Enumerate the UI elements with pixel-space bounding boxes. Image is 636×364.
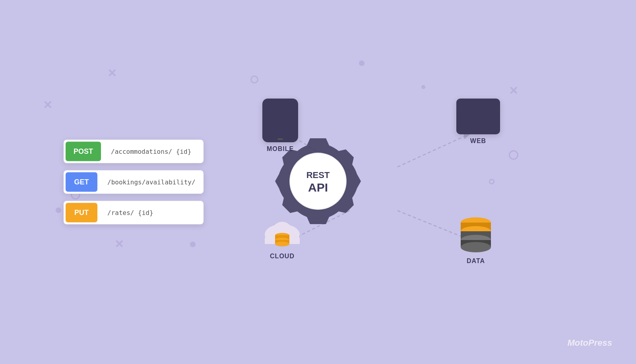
web-label: WEB	[470, 137, 486, 145]
cloud-node: CLOUD	[260, 218, 304, 260]
deco-circle-3	[421, 85, 425, 89]
deco-circle-2	[359, 60, 365, 66]
deco-x-3: ✕	[509, 84, 518, 97]
endpoint-get: GET /bookings/availability/	[64, 170, 204, 194]
svg-text:REST: REST	[306, 170, 330, 180]
deco-x-2: ✕	[114, 238, 124, 251]
cloud-label: CLOUD	[270, 253, 295, 260]
svg-text:API: API	[308, 181, 328, 194]
deco-circle-4	[509, 150, 518, 160]
api-endpoints: POST /accommodations/ {id} GET /bookings…	[64, 140, 204, 225]
data-label: DATA	[467, 258, 485, 265]
cloud-icon	[260, 218, 304, 250]
deco-x-4: ✕	[43, 99, 52, 112]
mobile-node: MOBILE	[262, 99, 298, 153]
svg-line-6	[398, 211, 464, 238]
data-node: DATA	[458, 215, 494, 265]
mobile-label: MOBILE	[267, 145, 294, 153]
mobile-icon	[262, 99, 298, 142]
data-icon	[458, 215, 494, 254]
endpoint-put: PUT /rates/ {id}	[64, 201, 204, 225]
svg-point-28	[461, 242, 491, 252]
endpoint-get-path: /bookings/availability/	[99, 173, 204, 192]
main-container: ✕ ✕ ✕ ✕ POST /accommodations/ {id}	[0, 0, 636, 364]
web-icon	[456, 99, 500, 134]
watermark: MotoPress	[568, 338, 612, 348]
endpoint-put-path: /rates/ {id}	[99, 203, 161, 222]
method-post-badge: POST	[66, 142, 101, 161]
method-put-badge: PUT	[66, 203, 97, 223]
endpoint-post: POST /accommodations/ {id}	[64, 140, 204, 163]
svg-point-21	[275, 242, 289, 246]
deco-circle-5	[489, 179, 494, 184]
endpoint-post-path: /accommodations/ {id}	[103, 142, 199, 161]
method-get-badge: GET	[66, 172, 97, 192]
deco-circle-7	[56, 207, 61, 213]
deco-circle-1	[250, 76, 258, 83]
deco-circle-8	[190, 242, 196, 247]
deco-x-1: ✕	[107, 67, 116, 80]
web-node: WEB	[456, 99, 500, 145]
